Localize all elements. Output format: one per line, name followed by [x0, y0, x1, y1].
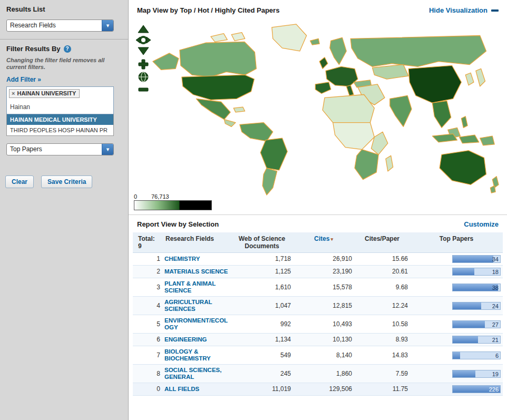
- top-papers-bar: 34: [452, 255, 501, 263]
- filter-combobox[interactable]: × HAINAN UNIVERSITY Hainan: [6, 86, 114, 114]
- chevron-down-icon[interactable]: ▾: [102, 144, 113, 155]
- report-view-title: Report View by Selection: [137, 220, 219, 228]
- field-link[interactable]: BIOLOGY & BIOCHEMISTRY: [164, 348, 211, 362]
- country-shape[interactable]: [372, 65, 408, 80]
- row-cites-per-paper: 9.68: [354, 278, 410, 297]
- pan-up-button[interactable]: [138, 25, 149, 33]
- add-filter-link[interactable]: Add Filter »: [6, 76, 41, 83]
- report-table: Total: 9 Research Fields Web of Science …: [133, 232, 503, 396]
- pan-down-button[interactable]: [138, 47, 149, 55]
- row-docs: 1,047: [231, 297, 293, 315]
- zoom-out-button[interactable]: [139, 88, 148, 91]
- sort-desc-icon: ▾: [330, 237, 333, 242]
- country-shape[interactable]: [350, 36, 486, 67]
- save-criteria-button[interactable]: Save Criteria: [41, 175, 92, 188]
- col-wos-documents: Web of Science Documents: [231, 232, 293, 253]
- country-shape[interactable]: [432, 101, 451, 128]
- help-icon[interactable]: ?: [64, 45, 71, 53]
- country-shape[interactable]: [315, 82, 330, 94]
- row-rank: 0: [133, 383, 162, 396]
- row-cites-per-paper: 11.75: [354, 383, 410, 396]
- country-shape[interactable]: [224, 120, 236, 127]
- chevron-down-icon[interactable]: ▾: [102, 20, 113, 31]
- filter-suggestion[interactable]: THIRD PEOPLES HOSP HAINAN PR: [7, 125, 113, 135]
- country-shape[interactable]: [310, 38, 319, 45]
- country-shape[interactable]: [480, 136, 495, 145]
- col-cites[interactable]: Cites▾: [293, 232, 354, 253]
- field-link[interactable]: CHEMISTRY: [164, 256, 200, 262]
- row-rank: 6: [133, 334, 162, 346]
- country-shape[interactable]: [330, 37, 346, 64]
- globe-icon[interactable]: [139, 72, 148, 82]
- country-shape[interactable]: [323, 94, 374, 126]
- top-papers-bar: 24: [452, 302, 501, 310]
- pan-left-button[interactable]: [136, 37, 140, 43]
- remove-tag-icon[interactable]: ×: [12, 91, 15, 96]
- country-shape[interactable]: [408, 65, 461, 103]
- country-shape[interactable]: [465, 73, 474, 85]
- top-papers-bar-fill: [453, 302, 481, 309]
- country-shape[interactable]: [490, 185, 495, 193]
- country-shape[interactable]: [333, 123, 375, 150]
- metric-select-value: Top Papers: [7, 144, 102, 155]
- row-docs: 1,718: [231, 253, 293, 266]
- top-papers-bar: 21: [452, 336, 501, 344]
- country-shape[interactable]: [432, 134, 457, 142]
- zoom-in-button[interactable]: [139, 60, 148, 69]
- top-papers-value: 19: [492, 371, 499, 378]
- filter-suggestion[interactable]: HAINAN MEDICAL UNIVERSITY: [7, 114, 113, 125]
- country-shape[interactable]: [260, 138, 287, 170]
- top-papers-value: 226: [489, 386, 499, 393]
- world-map[interactable]: [149, 21, 501, 198]
- filter-input[interactable]: Hainan: [9, 103, 111, 111]
- field-link[interactable]: ENVIRONMENT/ECOLOGY: [164, 317, 228, 330]
- row-cites: 15,578: [293, 278, 354, 297]
- country-shape[interactable]: [390, 95, 412, 126]
- country-shape[interactable]: [440, 151, 486, 185]
- legend-min-label: 0: [134, 193, 137, 200]
- country-shape[interactable]: [182, 75, 255, 100]
- field-link[interactable]: PLANT & ANIMAL SCIENCE: [164, 280, 216, 294]
- hide-visualization-link[interactable]: Hide Visualization: [429, 6, 499, 14]
- country-shape[interactable]: [272, 24, 307, 51]
- country-shape[interactable]: [231, 33, 245, 41]
- country-shape[interactable]: [153, 53, 179, 70]
- country-shape[interactable]: [233, 107, 245, 112]
- country-shape[interactable]: [319, 57, 328, 69]
- country-shape[interactable]: [196, 99, 230, 119]
- top-papers-value: 24: [492, 303, 499, 310]
- customize-link[interactable]: Customize: [464, 220, 499, 228]
- country-shape[interactable]: [459, 135, 479, 143]
- row-cites: 129,506: [293, 383, 354, 396]
- results-list-section: Results List Research Fields ▾: [0, 0, 128, 38]
- legend-max-label: 76,713: [151, 193, 169, 200]
- map-legend: 0 76,713: [134, 193, 213, 210]
- field-link[interactable]: AGRICULTURAL SCIENCES: [164, 299, 212, 312]
- table-row: 8 SOCIAL SCIENCES, GENERAL 245 1,860 7.5…: [133, 365, 503, 383]
- country-shape[interactable]: [461, 116, 467, 128]
- row-docs: 992: [231, 315, 293, 334]
- table-row: 4 AGRICULTURAL SCIENCES 1,047 12,815 12.…: [133, 297, 503, 315]
- country-shape[interactable]: [240, 123, 273, 141]
- clear-button[interactable]: Clear: [5, 175, 34, 188]
- filter-tag-label: HAINAN UNIVERSITY: [17, 90, 76, 96]
- sidebar-buttons: Clear Save Criteria: [0, 162, 128, 188]
- country-shape[interactable]: [346, 85, 354, 96]
- country-shape[interactable]: [355, 150, 378, 180]
- total-header: Total: 9: [133, 232, 162, 253]
- country-shape[interactable]: [180, 42, 256, 77]
- country-shape[interactable]: [326, 66, 358, 86]
- metric-select[interactable]: Top Papers ▾: [6, 143, 114, 155]
- country-shape[interactable]: [386, 155, 393, 171]
- field-link[interactable]: MATERIALS SCIENCE: [164, 268, 228, 275]
- pan-center-button[interactable]: [140, 37, 147, 43]
- country-shape[interactable]: [262, 168, 277, 195]
- field-link[interactable]: ALL FIELDS: [164, 386, 199, 392]
- field-link[interactable]: SOCIAL SCIENCES, GENERAL: [164, 367, 221, 380]
- row-docs: 1,134: [231, 334, 293, 346]
- results-list-select[interactable]: Research Fields ▾: [6, 19, 114, 32]
- field-link[interactable]: ENGINEERING: [164, 336, 207, 343]
- country-shape[interactable]: [211, 34, 227, 42]
- esi-app: Results List Research Fields ▾ Filter Re…: [0, 0, 507, 420]
- country-shape[interactable]: [476, 69, 485, 86]
